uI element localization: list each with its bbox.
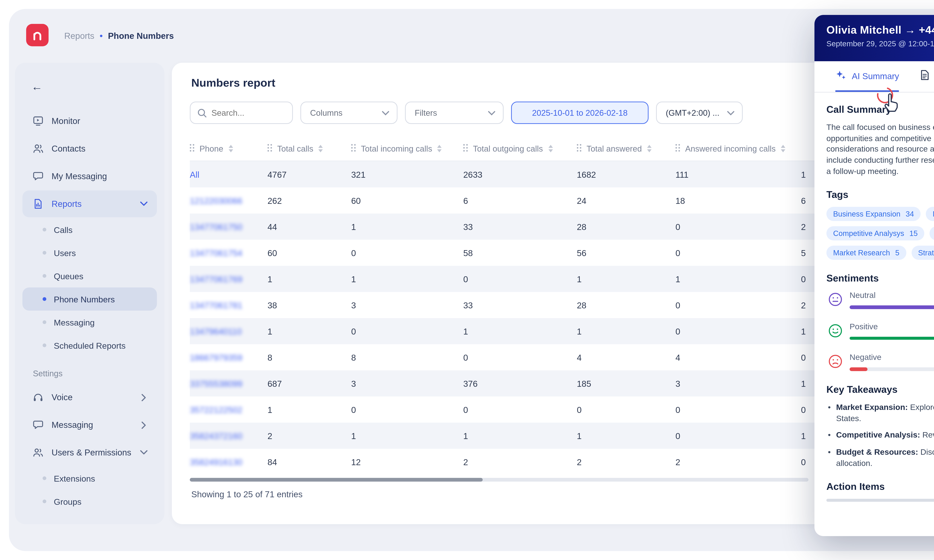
cell-value: 3 — [675, 370, 801, 397]
tag-pill[interactable]: Market Strategy18 — [926, 207, 934, 221]
cell-value: 33 — [463, 292, 577, 318]
cell-value: 1 — [351, 423, 463, 449]
phone-link[interactable]: 35824372160 — [190, 423, 268, 449]
sidebar-subitem-users[interactable]: Users — [22, 241, 157, 264]
sentiment-meta: Neutral56% — [849, 291, 934, 300]
contacts-icon — [31, 142, 44, 155]
column-header-answered-incoming-calls[interactable]: Answered incoming calls — [675, 136, 801, 160]
search-icon — [197, 108, 207, 119]
timezone-dropdown[interactable]: (GMT+2:00) ... — [656, 102, 743, 124]
drawer-tabs: AI Summary Transcript — [814, 61, 934, 92]
cell-value: 84 — [268, 449, 351, 475]
phone-link[interactable]: 35722122502 — [190, 397, 268, 423]
search-input-wrap — [190, 102, 293, 124]
tag-pill[interactable]: Competitive Analysys15 — [826, 226, 925, 241]
sidebar-item-monitor[interactable]: Monitor — [22, 108, 157, 134]
date-range-picker[interactable]: 2025-10-01 to 2026-02-18 — [511, 102, 649, 124]
sidebar-subitem-calls[interactable]: Calls — [22, 218, 157, 241]
tab-transcript[interactable]: Transcript — [920, 61, 934, 92]
chevron-down-icon — [139, 448, 148, 457]
table-row: 35722122502100000 — [190, 397, 861, 423]
sidebar-item-users-permissions[interactable]: Users & Permissions — [22, 439, 157, 466]
phone-link[interactable]: All — [190, 161, 268, 188]
cell-value: 0 — [463, 397, 577, 423]
phone-link[interactable]: 33755538099 — [190, 370, 268, 397]
column-header-total-incoming-calls[interactable]: Total incoming calls — [351, 136, 463, 160]
key-takeaways-section: Key Takeaways Market Expansion: Explored… — [826, 384, 934, 468]
sidebar-subitem-groups[interactable]: Groups — [22, 490, 157, 513]
tag-label: Market Strategy — [933, 210, 934, 218]
chevron-right-icon — [139, 420, 148, 429]
ai-sparkle-icon — [835, 69, 846, 82]
cell-value: 38 — [268, 292, 351, 318]
tag-label: Market Research — [833, 249, 890, 257]
drag-handle-icon — [190, 144, 195, 152]
sentiment-bar-fill — [849, 368, 867, 371]
column-header-label: Total incoming calls — [361, 144, 432, 153]
phone-link[interactable]: 13477061769 — [190, 266, 268, 292]
sidebar-item-messaging[interactable]: Messaging — [22, 411, 157, 438]
cell-value: 111 — [675, 161, 801, 188]
takeaway-item: Market Expansion: Explored potential new… — [826, 402, 934, 423]
tag-pill[interactable]: Market Research5 — [826, 246, 906, 260]
app-logo[interactable] — [26, 24, 49, 46]
tag-pill[interactable]: Budget10 — [930, 226, 934, 241]
phone-link[interactable]: 13477061781 — [190, 292, 268, 318]
drag-handle-icon — [577, 144, 582, 152]
tab-ai-summary[interactable]: AI Summary — [835, 61, 899, 92]
sidebar-subitem-phone-numbers[interactable]: Phone Numbers — [22, 288, 157, 311]
table-footer: Showing 1 to 25 of 71 entries — [191, 490, 303, 499]
sidebar-subitem-messaging[interactable]: Messaging — [22, 311, 157, 334]
sidebar-subitem-queues[interactable]: Queues — [22, 264, 157, 288]
phone-link[interactable]: 12122030066 — [190, 188, 268, 214]
cell-value: 44 — [268, 214, 351, 240]
sidebar-subitem-extensions[interactable]: Extensions — [22, 467, 157, 490]
column-header-total-calls[interactable]: Total calls — [268, 136, 351, 160]
cell-value: 1 — [463, 423, 577, 449]
phone-link[interactable]: 13479640110 — [190, 318, 268, 344]
takeaway-lead: Competitive Analysis: — [836, 430, 922, 439]
back-button[interactable]: ← — [31, 78, 48, 94]
cell-value: 1 — [268, 266, 351, 292]
horizontal-scrollbar-thumb[interactable] — [190, 478, 483, 482]
sidebar-item-voice[interactable]: Voice — [22, 384, 157, 411]
chevron-down-icon — [727, 108, 735, 117]
sidebar-item-my-messaging[interactable]: My Messaging — [22, 163, 157, 190]
tag-pill[interactable]: Strategy3 — [911, 246, 934, 260]
breadcrumb-current-page: Phone Numbers — [108, 31, 174, 40]
action-items-section: Action Items — [826, 481, 934, 502]
column-header-label: Total answered — [587, 144, 642, 153]
columns-dropdown[interactable]: Columns — [301, 102, 398, 124]
cell-value: 12 — [351, 449, 463, 475]
horizontal-scrollbar-track — [190, 478, 808, 482]
filters-dropdown-label: Filters — [415, 108, 437, 117]
cell-value: 6 — [463, 188, 577, 214]
sentiments-list: Neutral56%Positive37%Negative7% — [826, 291, 934, 371]
table-row: 18667979359880440 — [190, 344, 861, 370]
call-title: Olivia Mitchell → +44 20 7946 0913 — [826, 24, 934, 36]
cell-value: 1 — [268, 397, 351, 423]
breadcrumb: Reports • Phone Numbers — [64, 31, 174, 41]
cell-value: 0 — [463, 344, 577, 370]
breadcrumb-section[interactable]: Reports — [64, 31, 94, 40]
sidebar-subitem-scheduled-reports[interactable]: Scheduled Reports — [22, 334, 157, 357]
column-header-total-answered[interactable]: Total answered — [577, 136, 675, 160]
reports-icon — [31, 197, 44, 210]
sidebar-item-contacts[interactable]: Contacts — [22, 135, 157, 162]
filters-dropdown[interactable]: Filters — [405, 102, 504, 124]
phone-link[interactable]: 18667979359 — [190, 344, 268, 370]
sort-icon — [228, 145, 233, 152]
sentiment-negative: Negative7% — [826, 352, 934, 371]
settings-section-label: Settings — [33, 369, 164, 378]
sentiment-label: Negative — [849, 352, 882, 362]
tag-pill[interactable]: Business Expansion34 — [826, 207, 921, 221]
takeaway-item: Budget & Resources: Discussed financial … — [826, 446, 934, 468]
phone-link[interactable]: 13477061754 — [190, 240, 268, 266]
phone-link[interactable]: 35824916130 — [190, 449, 268, 475]
column-header-total-outgoing-calls[interactable]: Total outgoing calls — [463, 136, 577, 160]
phone-link[interactable]: 13477061750 — [190, 214, 268, 240]
column-header-phone[interactable]: Phone — [190, 136, 268, 160]
tag-label: Competitive Analysys — [833, 229, 904, 238]
drawer-body: Call Summary The call focused on busines… — [814, 92, 934, 502]
sidebar-item-reports[interactable]: Reports — [22, 191, 157, 217]
